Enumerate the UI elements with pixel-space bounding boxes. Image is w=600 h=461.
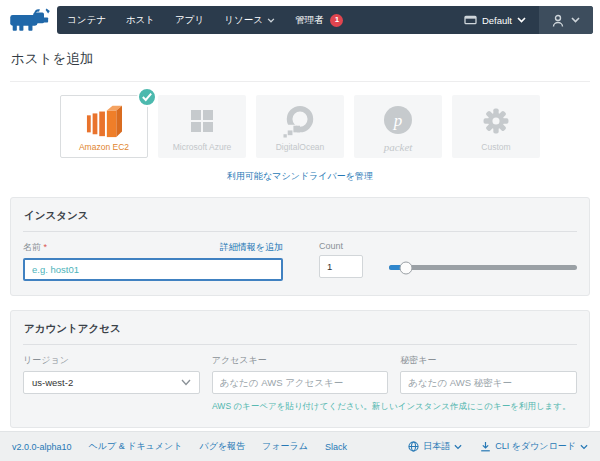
account-access-panel: アカウントアクセス リージョン us-west-2 アクセスキー 秘密キー AW…: [10, 310, 590, 428]
nav-item-apps[interactable]: アプリ: [165, 6, 214, 34]
download-icon: [480, 441, 491, 452]
provider-card-label: packet: [384, 141, 413, 153]
required-mark: *: [44, 242, 48, 252]
count-input[interactable]: [319, 255, 363, 278]
rancher-logo-icon[interactable]: [8, 6, 52, 34]
provider-card-digitalocean[interactable]: DigitalOcean: [256, 95, 344, 158]
provider-card-custom[interactable]: Custom: [452, 95, 540, 158]
chevron-down-icon: [580, 444, 588, 450]
account-form-row: リージョン us-west-2 アクセスキー 秘密キー: [23, 354, 577, 394]
digitalocean-icon: [282, 101, 318, 141]
nav-item-hosts[interactable]: ホスト: [116, 6, 165, 34]
environment-name: Default: [482, 15, 512, 26]
region-select[interactable]: us-west-2: [23, 371, 200, 394]
chevron-down-icon: [571, 17, 580, 23]
name-field-group: 名前 * 詳細情報を追加: [23, 241, 283, 281]
svg-text:p: p: [393, 111, 403, 130]
footer-link-report-bug[interactable]: バグを報告: [199, 440, 245, 453]
account-panel-title: アカウントアクセス: [23, 320, 577, 345]
main-content: ホストを追加 Amazon EC2: [0, 50, 600, 461]
slider-handle[interactable]: [399, 261, 412, 274]
cli-download-menu[interactable]: CLI をダウンロード: [480, 440, 588, 453]
user-icon: [552, 14, 564, 27]
count-slider[interactable]: [389, 265, 577, 270]
footer-link-help[interactable]: ヘルプ & ドキュメント: [89, 440, 183, 453]
nav-item-containers[interactable]: コンテナ: [57, 6, 116, 34]
count-label: Count: [319, 241, 363, 251]
provider-card-label: Microsoft Azure: [173, 142, 232, 152]
nav-item-admin[interactable]: 管理者 1: [285, 6, 354, 34]
footer-link-forum[interactable]: フォーラム: [262, 440, 308, 453]
amazon-ec2-icon: [83, 101, 125, 141]
access-key-input[interactable]: [212, 371, 389, 394]
provider-card-label: Custom: [481, 142, 510, 152]
provider-card-packet[interactable]: p packet: [354, 95, 442, 158]
version-label[interactable]: v2.0.0-alpha10: [12, 442, 72, 452]
name-label-text: 名前: [23, 242, 41, 252]
region-label: リージョン: [23, 354, 200, 367]
microsoft-azure-icon: [190, 101, 214, 141]
user-menu[interactable]: [539, 6, 593, 34]
provider-card-label: Amazon EC2: [79, 142, 129, 152]
aws-keypair-helper-text: AWS のキーペアを貼り付けてください。新しいインスタンス作成にこのキーを利用し…: [212, 401, 577, 413]
secret-key-label: 秘密キー: [400, 354, 577, 367]
environment-switcher[interactable]: Default: [451, 6, 539, 34]
name-label-row: 名前 * 詳細情報を追加: [23, 241, 283, 254]
instance-form-row: 名前 * 詳細情報を追加 Count: [23, 241, 577, 281]
provider-card-label: DigitalOcean: [276, 142, 325, 152]
count-field-group: Count: [319, 241, 363, 278]
nav-item-label: コンテナ: [67, 6, 106, 34]
footer-right: 日本語 CLI をダウンロード: [408, 440, 588, 453]
nav-item-label: ホスト: [126, 6, 155, 34]
manage-machine-drivers-link[interactable]: 利用可能なマシンドライバーを管理: [10, 170, 590, 183]
host-name-input[interactable]: [23, 258, 283, 281]
language-selector[interactable]: 日本語: [408, 440, 462, 453]
instance-panel-title: インスタンス: [23, 207, 577, 232]
access-key-label: アクセスキー: [212, 354, 389, 367]
add-details-link[interactable]: 詳細情報を追加: [220, 241, 283, 254]
custom-gear-icon: [480, 101, 512, 141]
cli-download-label: CLI をダウンロード: [495, 440, 576, 453]
name-label: 名前 *: [23, 241, 47, 254]
region-field-group: リージョン us-west-2: [23, 354, 200, 394]
nav-item-label: リソース: [224, 6, 263, 34]
chevron-down-icon: [454, 444, 462, 450]
nav-item-label: アプリ: [175, 6, 204, 34]
footer: v2.0.0-alpha10 ヘルプ & ドキュメント バグを報告 フォーラム …: [0, 431, 600, 461]
provider-card-row: Amazon EC2 Microsoft Azure DigitalOc: [10, 95, 590, 158]
chevron-down-icon: [181, 379, 191, 386]
page-title: ホストを追加: [10, 50, 590, 82]
chevron-down-icon: [517, 17, 526, 23]
provider-card-microsoft-azure[interactable]: Microsoft Azure: [158, 95, 246, 158]
secret-key-field-group: 秘密キー: [400, 354, 577, 394]
secret-key-input[interactable]: [400, 371, 577, 394]
admin-alert-badge: 1: [330, 14, 343, 27]
environment-icon: [464, 15, 477, 26]
globe-icon: [408, 441, 419, 452]
nav-item-resources[interactable]: リソース: [214, 6, 285, 34]
slider-track[interactable]: [389, 265, 577, 270]
instance-panel: インスタンス 名前 * 詳細情報を追加 Count: [10, 197, 590, 296]
access-key-field-group: アクセスキー: [212, 354, 389, 394]
region-value: us-west-2: [32, 377, 73, 388]
selected-check-icon: [137, 87, 157, 107]
language-label: 日本語: [423, 440, 450, 453]
chevron-down-icon: [267, 18, 275, 23]
provider-card-amazon-ec2[interactable]: Amazon EC2: [60, 95, 148, 158]
top-bar: コンテナ ホスト アプリ リソース 管理者 1 Default: [0, 0, 600, 36]
navbar-right: Default: [451, 6, 593, 34]
packet-icon: p: [383, 100, 413, 140]
main-navbar: コンテナ ホスト アプリ リソース 管理者 1 Default: [57, 6, 593, 34]
footer-link-slack[interactable]: Slack: [325, 442, 347, 452]
nav-item-label: 管理者: [295, 6, 324, 34]
